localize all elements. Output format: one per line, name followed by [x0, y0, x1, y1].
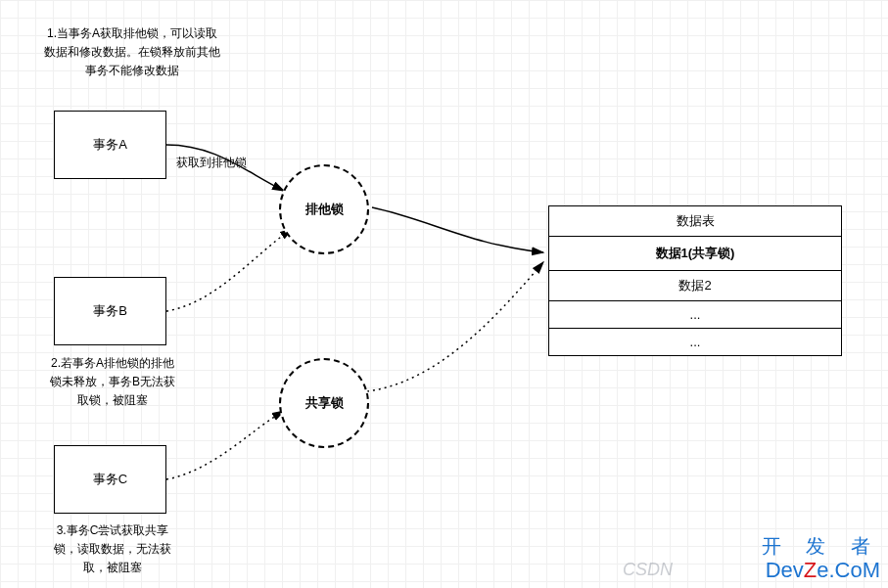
transaction-b-box: 事务B: [54, 277, 166, 345]
exclusive-lock-circle: 排他锁: [279, 164, 369, 254]
wm-pre: Dev: [766, 558, 804, 582]
shared-lock-circle: 共享锁: [279, 358, 369, 448]
transaction-b-label: 事务B: [93, 302, 127, 320]
table-row: ...: [549, 329, 841, 355]
devze-watermark-bottom: DevZe.CoM: [762, 558, 880, 582]
wm-post: e.CoM: [817, 558, 880, 582]
caption-transaction-a: 1.当事务A获取排他锁，可以读取数据和修改数据。在锁释放前其他事务不能修改数据: [44, 24, 220, 81]
transaction-c-label: 事务C: [93, 471, 127, 488]
table-row: 数据1(共享锁): [549, 237, 841, 271]
devze-watermark: 开 发 者 DevZe.CoM: [762, 535, 880, 582]
data-table: 数据表 数据1(共享锁) 数据2 ... ...: [548, 205, 842, 356]
transaction-a-box: 事务A: [54, 111, 166, 179]
devze-watermark-top: 开 发 者: [762, 535, 880, 558]
table-header: 数据表: [549, 206, 841, 237]
transaction-a-label: 事务A: [93, 136, 127, 154]
wm-z: Z: [804, 558, 817, 582]
caption-transaction-b: 2.若事务A排他锁的排他锁未释放，事务B无法获取锁，被阻塞: [49, 354, 176, 411]
csdn-watermark: CSDN: [623, 560, 673, 580]
table-row: ...: [549, 301, 841, 329]
shared-lock-label: 共享锁: [305, 394, 344, 412]
edge-label-a-exclusive: 获取到排他锁: [176, 155, 247, 171]
exclusive-lock-label: 排他锁: [305, 201, 344, 218]
transaction-c-box: 事务C: [54, 445, 166, 514]
caption-transaction-c: 3.事务C尝试获取共享锁，读取数据，无法获取，被阻塞: [54, 521, 171, 578]
table-row: 数据2: [549, 271, 841, 301]
